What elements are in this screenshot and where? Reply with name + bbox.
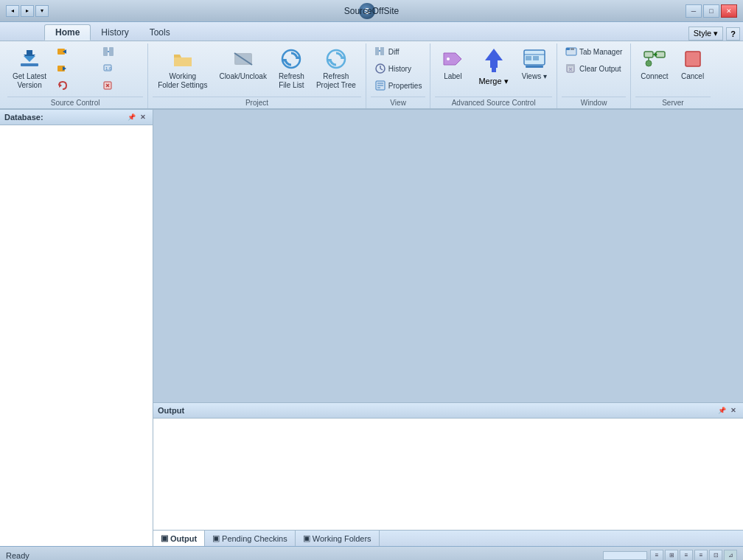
check-in-button[interactable] xyxy=(53,60,97,77)
app-title: SourceOffSite xyxy=(344,6,399,16)
database-panel-header: Database: 📌 ✕ xyxy=(0,110,153,125)
working-folder-label: WorkingFolder Settings xyxy=(158,72,207,90)
pending-tab-icon: ▣ xyxy=(212,533,220,543)
status-text: Ready xyxy=(6,551,29,560)
svg-point-35 xyxy=(447,57,450,60)
tab-working-folders[interactable]: ▣ Working Folders xyxy=(296,531,380,546)
source-control-label: Source Control xyxy=(7,97,143,108)
get-specific-button[interactable]: 1.0 xyxy=(99,60,143,77)
check-out-button[interactable] xyxy=(53,43,97,60)
label-label: Label xyxy=(444,72,461,81)
refresh-file-list-label: RefreshFile List xyxy=(279,72,304,90)
ribbon: Get LatestVersion xyxy=(0,41,743,110)
status-icons: ≡ ⊞ ≡ ≡ ⊡ ⊿ xyxy=(650,550,737,561)
clear-output-button[interactable]: Clear Output xyxy=(562,60,626,77)
tab-manager-button[interactable]: Tab Manager xyxy=(562,43,626,60)
database-pin-button[interactable]: 📌 xyxy=(126,112,136,122)
output-content xyxy=(153,419,743,530)
svg-point-54 xyxy=(646,60,652,66)
svg-rect-9 xyxy=(109,47,114,56)
database-panel-icons: 📌 ✕ xyxy=(126,112,148,122)
qs-forward[interactable]: ▸ xyxy=(21,5,34,17)
history-button[interactable]: History xyxy=(371,60,426,77)
svg-line-30 xyxy=(380,69,383,70)
views-button[interactable]: Views ▾ xyxy=(517,43,552,85)
database-panel-content xyxy=(0,125,153,546)
merge-button[interactable]: Merge ▾ xyxy=(472,43,514,90)
tab-home[interactable]: Home xyxy=(44,24,91,41)
diff-button[interactable]: Diff xyxy=(371,43,426,60)
pending-tab-label: Pending Checkins xyxy=(222,534,287,543)
show-diff-button[interactable] xyxy=(99,43,143,60)
status-icon-5[interactable]: ⊡ xyxy=(709,550,722,561)
progress-bar xyxy=(603,551,647,560)
group-advanced-source-control: Label Merge ▾ xyxy=(430,43,557,108)
minimize-button[interactable]: ─ xyxy=(686,4,702,18)
group-advanced-content: Label Merge ▾ xyxy=(435,43,552,97)
cancel-label: Cancel xyxy=(681,72,704,81)
qs-dropdown[interactable]: ▾ xyxy=(35,5,49,17)
output-tabs: ▣ Output ▣ Pending Checkins ▣ Working Fo… xyxy=(153,530,743,546)
folder-icon xyxy=(171,47,195,71)
tab-pending-checkins[interactable]: ▣ Pending Checkins xyxy=(205,531,296,546)
refresh-project-tree-label: RefreshProject Tree xyxy=(316,72,356,90)
svg-rect-49 xyxy=(566,64,575,66)
style-button[interactable]: Style ▾ xyxy=(688,27,724,41)
refresh-project-tree-button[interactable]: RefreshProject Tree xyxy=(311,43,361,94)
working-folder-button[interactable]: WorkingFolder Settings xyxy=(153,43,212,94)
restore-button[interactable]: □ xyxy=(703,4,719,18)
diff2-icon xyxy=(102,46,114,57)
label-button[interactable]: Label xyxy=(435,43,470,85)
qs-back[interactable]: ◂ xyxy=(6,5,19,17)
refresh-project-tree-icon xyxy=(324,47,348,71)
output-panel-title: Output xyxy=(158,406,184,415)
output-pin-button[interactable]: 📌 xyxy=(716,405,727,416)
history-icon xyxy=(374,63,386,74)
view-stack: Diff History Properties xyxy=(371,43,426,94)
svg-rect-45 xyxy=(571,48,574,50)
cancel-button[interactable]: Cancel xyxy=(675,43,711,85)
svg-marker-2 xyxy=(24,56,35,62)
group-server-content: Connect Cancel xyxy=(635,43,710,97)
group-project-content: WorkingFolder Settings Cloak/Uncloak xyxy=(153,43,361,97)
project-label: Project xyxy=(153,97,361,108)
getspecific-icon: 1.0 xyxy=(102,63,114,74)
group-source-control: Get LatestVersion xyxy=(3,43,148,108)
output-tab-icon: ▣ xyxy=(161,533,168,543)
status-icon-1[interactable]: ≡ xyxy=(650,550,663,561)
output-close-button[interactable]: ✕ xyxy=(728,405,739,416)
status-icon-2[interactable]: ⊞ xyxy=(665,550,678,561)
output-panel-icons: 📌 ✕ xyxy=(716,405,739,416)
tab-history[interactable]: History xyxy=(91,24,139,41)
refresh-file-list-button[interactable]: RefreshFile List xyxy=(273,43,310,94)
cancel-icon xyxy=(681,47,705,71)
database-close-button[interactable]: ✕ xyxy=(138,112,148,122)
svg-rect-44 xyxy=(566,48,570,50)
svg-rect-0 xyxy=(21,63,38,66)
help-button[interactable]: ? xyxy=(726,27,740,41)
remove-button[interactable] xyxy=(99,77,143,94)
undo-icon xyxy=(57,80,69,91)
group-view-content: Diff History Properties xyxy=(371,43,426,97)
connect-button[interactable]: Connect xyxy=(635,43,673,85)
refresh-file-list-icon xyxy=(279,47,303,71)
tab-tools[interactable]: Tools xyxy=(139,24,181,41)
tab-output[interactable]: ▣ Output xyxy=(153,531,205,546)
undo-checkout-button[interactable] xyxy=(53,77,97,94)
small-stack-2: 1.0 xyxy=(99,43,143,94)
status-icon-3[interactable]: ≡ xyxy=(680,550,693,561)
views-label: Views ▾ xyxy=(522,72,547,81)
working-tab-label: Working Folders xyxy=(313,534,372,543)
views-icon xyxy=(523,47,546,71)
group-source-control-content: Get LatestVersion xyxy=(7,43,143,97)
svg-rect-25 xyxy=(375,47,379,55)
diff-label: Diff xyxy=(388,48,400,56)
cloak-uncloak-button[interactable]: Cloak/Uncloak xyxy=(214,43,271,85)
close-button[interactable]: ✕ xyxy=(721,4,737,18)
properties-button[interactable]: Properties xyxy=(371,77,426,94)
status-icon-4[interactable]: ≡ xyxy=(694,550,708,561)
get-latest-button[interactable]: Get LatestVersion xyxy=(7,43,52,94)
svg-rect-41 xyxy=(533,56,539,60)
small-stack-1 xyxy=(53,43,97,94)
main-layout: Database: 📌 ✕ Output 📌 ✕ ▣ xyxy=(0,110,743,546)
